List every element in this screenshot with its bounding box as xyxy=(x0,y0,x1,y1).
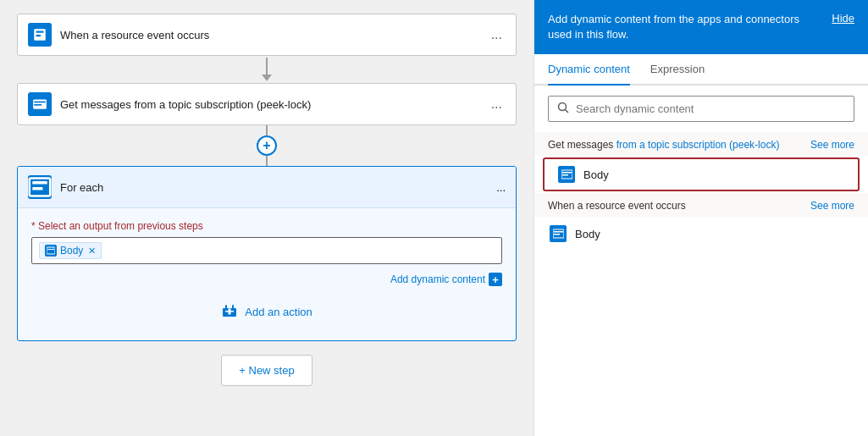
section1-see-more[interactable]: See more xyxy=(810,139,854,151)
token-input[interactable]: Body ✕ xyxy=(31,237,502,264)
tab-dynamic-label: Dynamic content xyxy=(548,63,630,75)
section-resource-event: When a resource event occurs See more Bo… xyxy=(534,193,868,251)
step-resource-event: When a resource event occurs ... xyxy=(17,14,517,56)
search-input[interactable] xyxy=(576,102,845,115)
flow-canvas: When a resource event occurs ... Get mes… xyxy=(0,0,534,436)
panel-tabs: Dynamic content Expression xyxy=(534,54,868,86)
foreach-title: For each xyxy=(60,181,496,194)
foreach-menu[interactable]: ... xyxy=(496,181,506,194)
section1-body-label: Body xyxy=(583,168,609,181)
section1-header: Get messages from a topic subscription (… xyxy=(534,132,868,156)
svg-rect-1 xyxy=(36,31,44,33)
new-step-label: + New step xyxy=(239,364,294,377)
section-get-messages: Get messages from a topic subscription (… xyxy=(534,132,868,191)
add-dynamic-content-link[interactable]: Add dynamic content + xyxy=(390,273,502,286)
section1-body-icon xyxy=(558,166,575,183)
add-action-label: Add an action xyxy=(245,306,312,318)
plus-connector: + xyxy=(257,125,277,166)
tab-dynamic-content[interactable]: Dynamic content xyxy=(548,54,630,86)
plus-line-bottom xyxy=(266,156,268,166)
tab-expression[interactable]: Expression xyxy=(650,54,705,86)
add-dynamic-plus-icon: + xyxy=(489,273,502,286)
search-icon xyxy=(557,102,569,116)
section1-title: Get messages from a topic subscription (… xyxy=(548,139,779,151)
arrow1 xyxy=(262,58,272,81)
search-box[interactable] xyxy=(548,96,854,122)
foreach-icon xyxy=(28,175,52,199)
svg-rect-15 xyxy=(229,309,231,315)
plus-line-top xyxy=(266,125,268,135)
step-get-messages: Get messages from a topic subscription (… xyxy=(17,83,517,125)
plus-button[interactable]: + xyxy=(257,135,277,156)
section2-see-more[interactable]: See more xyxy=(810,200,854,212)
add-dynamic-content-label: Add dynamic content xyxy=(390,273,485,285)
svg-rect-12 xyxy=(225,305,227,310)
panel-scroll-area: Get messages from a topic subscription (… xyxy=(534,86,868,436)
token-icon xyxy=(45,245,57,257)
svg-rect-19 xyxy=(562,172,572,174)
panel-header-text: Add dynamic content from the apps and co… xyxy=(548,12,802,42)
section2-body-item[interactable]: Body xyxy=(534,217,868,251)
token-close[interactable]: ✕ xyxy=(88,246,96,257)
token-label: Body xyxy=(60,245,83,257)
svg-line-17 xyxy=(566,110,569,113)
svg-rect-2 xyxy=(36,35,41,36)
svg-point-16 xyxy=(559,103,567,111)
svg-rect-4 xyxy=(34,102,46,103)
section2-body-label: Body xyxy=(575,228,600,240)
foreach-card: For each ... * Select an output from pre… xyxy=(17,166,517,341)
step1-title: When a resource event occurs xyxy=(60,29,488,41)
arrow1-line xyxy=(266,58,268,75)
section2-body-icon xyxy=(550,225,567,242)
foreach-body: * Select an output from previous steps B… xyxy=(18,208,516,340)
arrow1-head xyxy=(262,75,272,81)
step2-icon xyxy=(28,92,52,116)
step1-menu[interactable]: ... xyxy=(488,27,506,42)
step2-menu[interactable]: ... xyxy=(488,97,506,112)
step2-title: Get messages from a topic subscription (… xyxy=(60,98,488,111)
body-token: Body ✕ xyxy=(39,242,102,259)
svg-rect-10 xyxy=(47,249,54,250)
svg-rect-23 xyxy=(554,234,560,235)
new-step-button[interactable]: + New step xyxy=(221,355,312,386)
section2-title: When a resource event occurs xyxy=(548,200,686,212)
svg-rect-5 xyxy=(34,104,41,106)
panel-header: Add dynamic content from the apps and co… xyxy=(534,0,868,54)
add-action-button[interactable]: Add an action xyxy=(214,300,319,323)
section2-header: When a resource event occurs See more xyxy=(534,193,868,217)
svg-rect-9 xyxy=(47,247,55,254)
dynamic-content-panel: Add dynamic content from the apps and co… xyxy=(534,0,868,436)
step1-icon xyxy=(28,23,52,47)
svg-rect-20 xyxy=(562,174,568,176)
add-dynamic-row: Add dynamic content + xyxy=(31,273,502,286)
tab-expression-label: Expression xyxy=(650,63,705,75)
hide-button[interactable]: Hide xyxy=(832,12,854,25)
svg-rect-13 xyxy=(232,305,234,310)
svg-rect-8 xyxy=(32,187,42,190)
foreach-header: For each ... xyxy=(18,167,516,208)
svg-rect-7 xyxy=(32,181,47,185)
svg-rect-22 xyxy=(554,231,563,233)
field-label: * Select an output from previous steps xyxy=(31,220,502,232)
section1-body-item[interactable]: Body xyxy=(543,157,860,191)
add-action-icon xyxy=(221,303,238,320)
